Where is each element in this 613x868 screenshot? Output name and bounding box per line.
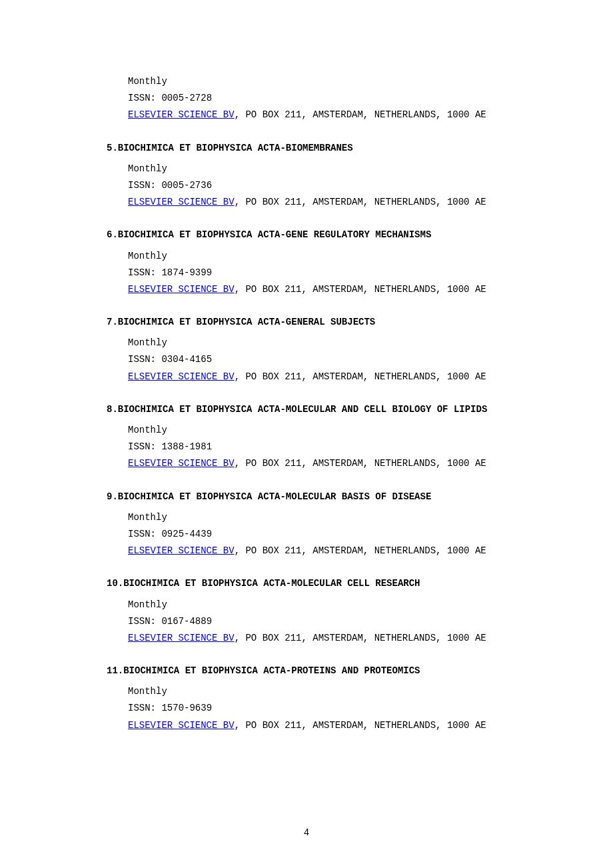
journal-title-line: 9.BIOCHIMICA ET BIOPHYSICA ACTA-MOLECULA…: [107, 489, 513, 505]
journal-title-line: 5.BIOCHIMICA ET BIOPHYSICA ACTA-BIOMEMBR…: [107, 140, 513, 157]
entry-number: 5.: [107, 143, 118, 153]
publication-frequency: Monthly: [128, 161, 513, 177]
entry-number: 7.: [107, 317, 118, 327]
issn-line: ISSN: 0304-4165: [128, 351, 513, 368]
publisher-line: ELSEVIER SCIENCE BV, PO BOX 211, AMSTERD…: [128, 281, 513, 298]
publisher-address: , PO BOX 211, AMSTERDAM, NETHERLANDS, 10…: [235, 284, 486, 295]
page-container: MonthlyISSN: 0005-2728ELSEVIER SCIENCE B…: [0, 0, 613, 868]
issn-label: ISSN:: [128, 441, 156, 452]
issn-line: ISSN: 0005-2736: [128, 177, 513, 194]
issn-value: 0304-4165: [161, 354, 212, 365]
journal-title: BIOCHIMICA ET BIOPHYSICA ACTA-MOLECULAR …: [118, 491, 431, 502]
publication-frequency: Monthly: [128, 509, 513, 526]
journal-title-line: 8.BIOCHIMICA ET BIOPHYSICA ACTA-MOLECULA…: [107, 401, 513, 418]
publication-frequency: Monthly: [128, 597, 513, 613]
issn-label: ISSN:: [128, 616, 156, 627]
page-number-value: 4: [304, 827, 309, 838]
issn-value: 0167-4889: [161, 616, 212, 627]
issn-line: ISSN: 1570-9639: [128, 700, 513, 717]
publisher-link[interactable]: ELSEVIER SCIENCE BV: [128, 284, 235, 295]
journal-title-line: 6.BIOCHIMICA ET BIOPHYSICA ACTA-GENE REG…: [107, 227, 513, 243]
journal-entry: 5.BIOCHIMICA ET BIOPHYSICA ACTA-BIOMEMBR…: [107, 140, 513, 211]
issn-value: 0005-2728: [161, 93, 212, 103]
journal-title: BIOCHIMICA ET BIOPHYSICA ACTA-MOLECULAR …: [118, 404, 488, 415]
journal-title: BIOCHIMICA ET BIOPHYSICA ACTA-BIOMEMBRAN…: [118, 143, 353, 153]
publisher-link[interactable]: ELSEVIER SCIENCE BV: [128, 633, 235, 643]
publisher-line: ELSEVIER SCIENCE BV, PO BOX 211, AMSTERD…: [128, 630, 513, 647]
journal-entry: 6.BIOCHIMICA ET BIOPHYSICA ACTA-GENE REG…: [107, 227, 513, 298]
journal-entries-list: MonthlyISSN: 0005-2728ELSEVIER SCIENCE B…: [107, 73, 513, 734]
journal-entry: 11.BIOCHIMICA ET BIOPHYSICA ACTA-PROTEIN…: [107, 663, 513, 734]
entry-number: 8.: [107, 404, 118, 415]
entry-number: 9.: [107, 491, 118, 502]
issn-value: 0925-4439: [161, 529, 212, 539]
issn-label: ISSN:: [128, 267, 156, 278]
publisher-address: , PO BOX 211, AMSTERDAM, NETHERLANDS, 10…: [235, 545, 486, 556]
publisher-address: , PO BOX 211, AMSTERDAM, NETHERLANDS, 10…: [235, 720, 486, 731]
journal-entry: 7.BIOCHIMICA ET BIOPHYSICA ACTA-GENERAL …: [107, 314, 513, 385]
publisher-address: , PO BOX 211, AMSTERDAM, NETHERLANDS, 10…: [235, 109, 486, 120]
issn-value: 1874-9399: [161, 267, 212, 278]
issn-label: ISSN:: [128, 354, 156, 365]
journal-title-line: 11.BIOCHIMICA ET BIOPHYSICA ACTA-PROTEIN…: [107, 663, 513, 679]
publisher-address: , PO BOX 211, AMSTERDAM, NETHERLANDS, 10…: [235, 458, 486, 469]
journal-details: MonthlyISSN: 0005-2728ELSEVIER SCIENCE B…: [107, 73, 513, 124]
issn-label: ISSN:: [128, 703, 156, 713]
issn-label: ISSN:: [128, 93, 156, 103]
publication-frequency: Monthly: [128, 248, 513, 265]
journal-entry: 8.BIOCHIMICA ET BIOPHYSICA ACTA-MOLECULA…: [107, 401, 513, 473]
journal-title: BIOCHIMICA ET BIOPHYSICA ACTA-GENERAL SU…: [118, 317, 375, 327]
publication-frequency: Monthly: [128, 422, 513, 439]
journal-entry: 10.BIOCHIMICA ET BIOPHYSICA ACTA-MOLECUL…: [107, 575, 513, 647]
issn-line: ISSN: 1388-1981: [128, 439, 513, 455]
publisher-link[interactable]: ELSEVIER SCIENCE BV: [128, 109, 235, 120]
publisher-link[interactable]: ELSEVIER SCIENCE BV: [128, 197, 235, 207]
journal-entry: 9.BIOCHIMICA ET BIOPHYSICA ACTA-MOLECULA…: [107, 489, 513, 560]
journal-details: MonthlyISSN: 0005-2736ELSEVIER SCIENCE B…: [107, 161, 513, 211]
issn-line: ISSN: 0005-2728: [128, 90, 513, 107]
issn-label: ISSN:: [128, 180, 156, 191]
entry-number: 11.: [107, 665, 123, 676]
journal-title: BIOCHIMICA ET BIOPHYSICA ACTA-PROTEINS A…: [123, 665, 420, 676]
publisher-address: , PO BOX 211, AMSTERDAM, NETHERLANDS, 10…: [235, 371, 486, 382]
entry-number: 10.: [107, 578, 123, 589]
journal-details: MonthlyISSN: 1874-9399ELSEVIER SCIENCE B…: [107, 248, 513, 299]
issn-value: 0005-2736: [161, 180, 212, 191]
publisher-link[interactable]: ELSEVIER SCIENCE BV: [128, 458, 235, 469]
publisher-link[interactable]: ELSEVIER SCIENCE BV: [128, 545, 235, 556]
publication-frequency: Monthly: [128, 683, 513, 700]
journal-title-line: 10.BIOCHIMICA ET BIOPHYSICA ACTA-MOLECUL…: [107, 575, 513, 592]
issn-label: ISSN:: [128, 529, 156, 539]
publisher-line: ELSEVIER SCIENCE BV, PO BOX 211, AMSTERD…: [128, 194, 513, 211]
journal-details: MonthlyISSN: 0167-4889ELSEVIER SCIENCE B…: [107, 597, 513, 647]
journal-details: MonthlyISSN: 0925-4439ELSEVIER SCIENCE B…: [107, 509, 513, 560]
entry-number: 6.: [107, 229, 118, 240]
journal-details: MonthlyISSN: 1388-1981ELSEVIER SCIENCE B…: [107, 422, 513, 473]
journal-details: MonthlyISSN: 0304-4165ELSEVIER SCIENCE B…: [107, 335, 513, 385]
publication-frequency: Monthly: [128, 73, 513, 90]
journal-title: BIOCHIMICA ET BIOPHYSICA ACTA-MOLECULAR …: [123, 578, 420, 589]
issn-line: ISSN: 0167-4889: [128, 613, 513, 630]
publisher-link[interactable]: ELSEVIER SCIENCE BV: [128, 371, 235, 382]
page-number: 4: [0, 825, 613, 841]
publisher-line: ELSEVIER SCIENCE BV, PO BOX 211, AMSTERD…: [128, 543, 513, 559]
journal-details: MonthlyISSN: 1570-9639ELSEVIER SCIENCE B…: [107, 683, 513, 734]
issn-line: ISSN: 0925-4439: [128, 526, 513, 543]
issn-line: ISSN: 1874-9399: [128, 265, 513, 281]
publisher-line: ELSEVIER SCIENCE BV, PO BOX 211, AMSTERD…: [128, 717, 513, 734]
journal-entry: MonthlyISSN: 0005-2728ELSEVIER SCIENCE B…: [107, 73, 513, 124]
publisher-line: ELSEVIER SCIENCE BV, PO BOX 211, AMSTERD…: [128, 455, 513, 472]
publisher-address: , PO BOX 211, AMSTERDAM, NETHERLANDS, 10…: [235, 197, 486, 207]
publisher-address: , PO BOX 211, AMSTERDAM, NETHERLANDS, 10…: [235, 633, 486, 643]
issn-value: 1570-9639: [161, 703, 212, 713]
publisher-line: ELSEVIER SCIENCE BV, PO BOX 211, AMSTERD…: [128, 369, 513, 385]
publisher-link[interactable]: ELSEVIER SCIENCE BV: [128, 720, 235, 731]
journal-title-line: 7.BIOCHIMICA ET BIOPHYSICA ACTA-GENERAL …: [107, 314, 513, 331]
publication-frequency: Monthly: [128, 335, 513, 351]
journal-title: BIOCHIMICA ET BIOPHYSICA ACTA-GENE REGUL…: [118, 229, 431, 240]
issn-value: 1388-1981: [161, 441, 212, 452]
publisher-line: ELSEVIER SCIENCE BV, PO BOX 211, AMSTERD…: [128, 107, 513, 123]
